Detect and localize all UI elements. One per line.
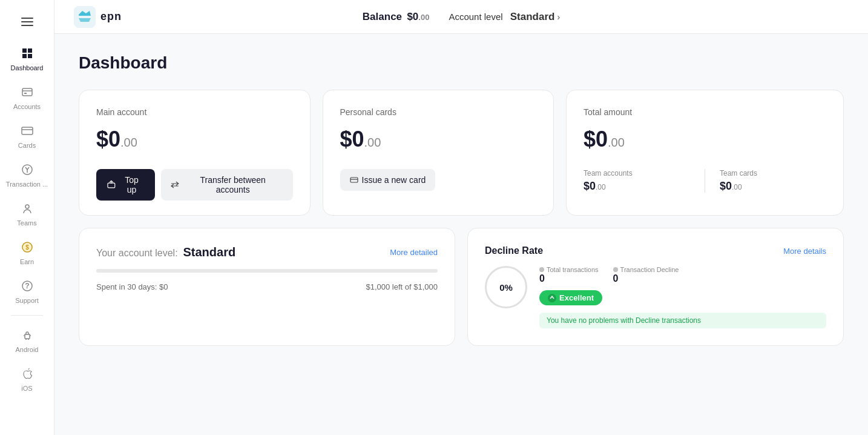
sidebar-item-label: Accounts xyxy=(13,103,41,110)
header-balance: Balance $0.00 xyxy=(363,11,430,23)
excellent-badge: Excellent xyxy=(539,290,602,305)
more-details-link[interactable]: More details xyxy=(783,247,826,256)
transfer-icon xyxy=(171,181,179,189)
team-cards-section: Team cards $0.00 xyxy=(720,169,826,193)
transactions-icon xyxy=(19,161,36,178)
android-icon xyxy=(19,327,36,344)
logo-text: epn xyxy=(100,10,122,23)
svg-rect-22 xyxy=(350,178,358,182)
sidebar-item-earn[interactable]: $ Earn xyxy=(0,233,54,271)
main-account-title: Main account xyxy=(96,107,293,117)
total-transactions-value: 0 xyxy=(539,273,599,284)
decline-dot xyxy=(613,267,618,272)
accounts-icon xyxy=(19,84,36,101)
decline-rate-header: Decline Rate More details xyxy=(485,245,826,256)
spent-label: Spent in 30 days: $0 xyxy=(96,282,168,291)
svg-point-10 xyxy=(25,205,29,208)
svg-rect-0 xyxy=(21,18,33,19)
sidebar-item-label: Cards xyxy=(18,142,36,149)
sidebar-item-label: Dashboard xyxy=(11,64,44,71)
main-account-widget: Main account $0.00 Top up xyxy=(79,90,311,216)
balance-label: Balance xyxy=(363,11,402,22)
page-title: Dashboard xyxy=(79,53,844,73)
personal-cards-title: Personal cards xyxy=(340,107,537,117)
sidebar-item-accounts[interactable]: Accounts xyxy=(0,78,54,116)
team-accounts-label: Team accounts xyxy=(584,169,690,178)
total-sub-divider xyxy=(705,169,705,193)
svg-text:?: ? xyxy=(25,282,29,290)
total-dot xyxy=(539,267,544,272)
svg-text:$: $ xyxy=(25,244,29,251)
account-level-title: Your account level: Standard xyxy=(96,245,235,259)
content: Dashboard Main account $0.00 Top up xyxy=(54,34,868,435)
balance-cents: .00 xyxy=(418,13,429,22)
sidebar-item-ios[interactable]: iOS xyxy=(0,359,54,398)
total-amount-title: Total amount xyxy=(584,107,826,117)
topup-button[interactable]: Top up xyxy=(96,169,155,201)
menu-icon[interactable] xyxy=(15,10,39,34)
personal-cards-widget: Personal cards $0.00 Issue a new card xyxy=(323,90,554,216)
transfer-button[interactable]: Transfer between accounts xyxy=(161,169,292,201)
no-problems-label: You have no problems with Decline transa… xyxy=(539,313,826,328)
limit-label: $1,000 left of $1,000 xyxy=(366,282,438,291)
support-icon: ? xyxy=(19,277,36,294)
decline-rate-circle: 0% xyxy=(485,266,527,308)
sidebar-item-dashboard[interactable]: Dashboard xyxy=(0,39,54,78)
sidebar-divider xyxy=(11,315,43,316)
sidebar-item-label: Support xyxy=(15,297,39,304)
transaction-decline-value: 0 xyxy=(613,273,679,284)
header-account-level[interactable]: Account level Standard › xyxy=(449,11,560,23)
sidebar-item-teams[interactable]: Teams xyxy=(0,194,54,233)
svg-rect-3 xyxy=(22,88,32,96)
account-level-header: Your account level: Standard More detail… xyxy=(96,245,438,259)
card-icon xyxy=(350,176,358,184)
main-account-amount: $0.00 xyxy=(96,127,293,152)
header: epn Balance $0.00 Account level Standard… xyxy=(54,0,868,34)
total-card-inner: Team accounts $0.00 Team cards $0.00 xyxy=(584,169,826,193)
arrow-up-icon xyxy=(548,294,556,302)
team-cards-label: Team cards xyxy=(720,169,826,178)
sidebar-item-android[interactable]: Android xyxy=(0,320,54,359)
header-center: Balance $0.00 Account level Standard › xyxy=(363,11,560,23)
total-transactions-stat: Total transactions 0 xyxy=(539,266,599,284)
personal-cards-actions: Issue a new card xyxy=(340,169,537,191)
decline-stats: Total transactions 0 Transaction Decline… xyxy=(539,266,826,284)
team-cards-value: $0.00 xyxy=(720,180,826,193)
svg-rect-1 xyxy=(21,21,33,22)
apple-icon xyxy=(19,365,36,382)
sidebar-item-cards[interactable]: Cards xyxy=(0,116,54,155)
decline-right: Total transactions 0 Transaction Decline… xyxy=(539,266,826,328)
logo: epn xyxy=(74,6,122,28)
progress-bar xyxy=(96,269,438,273)
earn-icon: $ xyxy=(19,239,36,256)
svg-rect-5 xyxy=(24,93,27,94)
sidebar-item-transactions[interactable]: Transaction ... xyxy=(0,155,54,194)
teams-icon xyxy=(19,200,36,217)
spent-row: Spent in 30 days: $0 $1,000 left of $1,0… xyxy=(96,282,438,291)
cards-row: Main account $0.00 Top up xyxy=(79,90,844,216)
svg-rect-20 xyxy=(108,183,115,188)
sidebar-item-label: Teams xyxy=(17,219,36,227)
chevron-right-icon: › xyxy=(557,12,560,22)
transaction-decline-stat: Transaction Decline 0 xyxy=(613,266,679,284)
team-accounts-section: Team accounts $0.00 xyxy=(584,169,690,193)
more-detailed-link[interactable]: More detailed xyxy=(390,248,438,257)
svg-point-24 xyxy=(548,294,556,302)
issue-card-button[interactable]: Issue a new card xyxy=(340,169,436,191)
total-amount: $0.00 xyxy=(584,127,826,152)
decline-rate-title: Decline Rate xyxy=(485,245,543,256)
decline-inner: 0% Total transactions 0 xyxy=(485,266,826,328)
team-accounts-value: $0.00 xyxy=(584,180,690,193)
svg-rect-19 xyxy=(74,6,96,28)
sidebar-item-label: Transaction ... xyxy=(6,181,48,188)
account-level-widget: Your account level: Standard More detail… xyxy=(79,228,455,346)
bottom-row: Your account level: Standard More detail… xyxy=(79,228,844,346)
main-account-actions: Top up Transfer between accounts xyxy=(96,169,293,201)
svg-rect-2 xyxy=(21,25,33,26)
sidebar: Dashboard Accounts Cards xyxy=(0,0,54,435)
personal-cards-amount: $0.00 xyxy=(340,127,537,152)
topup-icon xyxy=(107,181,116,189)
sidebar-item-support[interactable]: ? Support xyxy=(0,271,54,310)
decline-rate-widget: Decline Rate More details 0% Total trans… xyxy=(467,228,844,346)
account-level-value: Standard xyxy=(510,11,555,23)
